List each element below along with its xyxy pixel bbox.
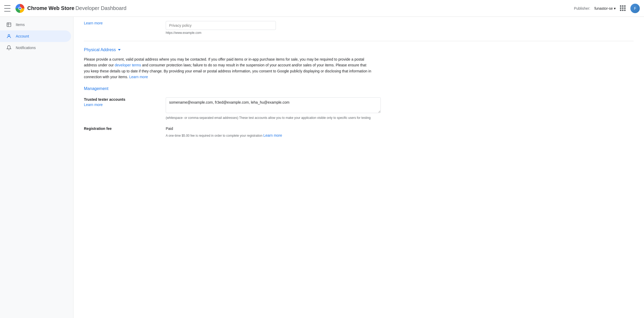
trusted-tester-learn-more[interactable]: Learn more xyxy=(84,103,103,107)
physical-address-header: Physical Address xyxy=(84,41,634,52)
apps-grid-icon[interactable] xyxy=(620,5,626,12)
physical-address-title[interactable]: Physical Address xyxy=(84,47,116,52)
registration-fee-learn-more[interactable]: Learn more xyxy=(263,133,282,137)
registration-fee-label: Registration fee xyxy=(84,126,157,131)
management-title: Management xyxy=(84,86,634,91)
items-icon xyxy=(6,22,12,27)
account-icon xyxy=(6,34,12,39)
developer-terms-link[interactable]: developer terms xyxy=(115,63,141,67)
registration-fee-row: Registration fee Paid A one-time $5.00 f… xyxy=(84,126,634,138)
privacy-policy-learn-more[interactable]: Learn more xyxy=(84,21,103,25)
physical-address-chevron-icon[interactable] xyxy=(118,49,121,51)
top-navigation: Chrome Web Store Developer Dashboard Pub… xyxy=(0,0,644,17)
notifications-icon xyxy=(6,45,12,50)
sidebar-item-items-label: Items xyxy=(16,23,25,27)
app-name: Chrome Web Store xyxy=(27,5,74,11)
privacy-policy-hint: https://www.example.com xyxy=(166,31,634,35)
registration-fee-hint: A one-time $5.00 fee is required in orde… xyxy=(166,133,634,138)
nav-right-section: Publisher: funastor-se ▾ F xyxy=(574,4,640,13)
hamburger-menu[interactable] xyxy=(4,5,10,12)
sidebar-item-account[interactable]: Account xyxy=(0,30,71,42)
registration-fee-hint-text: A one-time $5.00 fee is required in orde… xyxy=(166,134,263,137)
user-avatar[interactable]: F xyxy=(630,4,640,13)
publisher-selector[interactable]: funastor-se ▾ xyxy=(594,6,616,10)
physical-address-description: Please provide a current, valid postal a… xyxy=(84,56,372,80)
management-section: Management Trusted tester accounts Learn… xyxy=(84,80,634,138)
physical-address-learn-more[interactable]: Learn more xyxy=(129,75,148,79)
app-subtitle: Developer Dashboard xyxy=(76,5,127,11)
publisher-label: Publisher: xyxy=(574,6,590,10)
svg-point-3 xyxy=(8,34,10,36)
registration-fee-info: Registration fee xyxy=(84,126,157,132)
page-layout: Items Account Notifications xyxy=(0,17,644,318)
privacy-policy-section: Learn more https://www.example.com xyxy=(84,17,634,41)
privacy-policy-input[interactable] xyxy=(166,21,276,30)
trusted-tester-hint: (whitespace- or comma-separated email ad… xyxy=(166,115,381,120)
sidebar-item-notifications-label: Notifications xyxy=(16,46,36,50)
registration-fee-control: Paid A one-time $5.00 fee is required in… xyxy=(166,126,634,138)
sidebar-item-account-label: Account xyxy=(16,34,29,38)
trusted-tester-control: somename@example.com, fr3ed@example.com,… xyxy=(166,97,634,120)
sidebar-item-notifications[interactable]: Notifications xyxy=(0,42,71,54)
sidebar-item-items[interactable]: Items xyxy=(0,19,71,30)
publisher-name-text: funastor-se xyxy=(594,6,613,10)
chrome-logo xyxy=(15,3,25,14)
trusted-tester-row: Trusted tester accounts Learn more somen… xyxy=(84,97,634,120)
registration-fee-value: Paid xyxy=(166,126,634,131)
trusted-tester-info: Trusted tester accounts Learn more xyxy=(84,97,157,107)
publisher-dropdown-icon: ▾ xyxy=(614,6,616,10)
trusted-tester-textarea[interactable]: somename@example.com, fr3ed@example.com,… xyxy=(166,97,381,113)
sidebar: Items Account Notifications xyxy=(0,17,73,318)
privacy-policy-label-col: Learn more xyxy=(84,21,157,25)
svg-point-2 xyxy=(19,7,21,9)
privacy-policy-input-col: https://www.example.com xyxy=(166,21,634,35)
main-content: Learn more https://www.example.com Physi… xyxy=(73,17,644,318)
trusted-tester-label: Trusted tester accounts xyxy=(84,97,157,102)
